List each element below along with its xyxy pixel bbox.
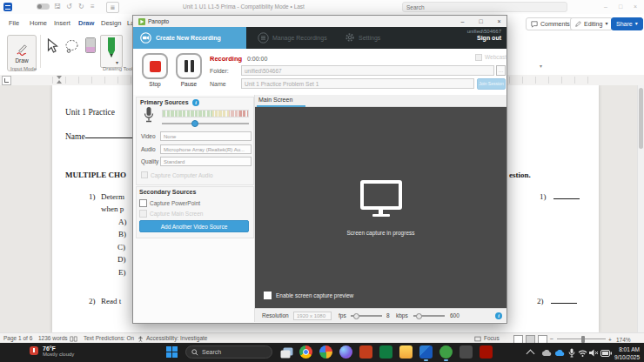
- folder-field[interactable]: [241, 65, 494, 76]
- zoom-slider[interactable]: [557, 339, 606, 340]
- volume-slider-knob[interactable]: [191, 120, 198, 127]
- username: unified\504667: [467, 29, 501, 34]
- capture-powerpoint-checkbox[interactable]: [139, 199, 147, 207]
- volume-slider[interactable]: [162, 123, 249, 124]
- calculator-icon[interactable]: [460, 345, 473, 359]
- pencil-icon: [575, 21, 581, 27]
- session-name-field[interactable]: [241, 78, 474, 89]
- webcast-checkbox[interactable]: [475, 54, 482, 61]
- chrome-icon[interactable]: [299, 345, 312, 359]
- battery-icon[interactable]: [600, 350, 612, 357]
- taskbar-search[interactable]: Search: [185, 345, 272, 359]
- word-close-button[interactable]: ×: [628, 1, 642, 12]
- q1-option-a: A): [118, 218, 127, 226]
- start-button[interactable]: [166, 346, 178, 358]
- fps-slider[interactable]: [351, 315, 382, 317]
- kbps-slider[interactable]: [413, 315, 445, 317]
- comments-button[interactable]: Comments: [526, 17, 575, 30]
- word-minimize-button[interactable]: –: [599, 1, 613, 12]
- onedrive-blue-icon[interactable]: [554, 350, 565, 357]
- tab-design[interactable]: Design: [97, 14, 124, 33]
- word-icon[interactable]: [419, 345, 433, 359]
- photos-icon[interactable]: [319, 345, 332, 359]
- stop-label: Stop: [142, 81, 168, 87]
- taskbar-search-placeholder: Search: [202, 349, 221, 355]
- copilot-icon[interactable]: [339, 345, 352, 359]
- enable-preview-label: Enable screen capture preview: [276, 292, 353, 298]
- settings-info-icon[interactable]: i: [495, 312, 502, 319]
- share-button[interactable]: Share ▾: [611, 17, 643, 30]
- customize-qat-icon[interactable]: ≡: [91, 3, 95, 11]
- stop-button[interactable]: [142, 53, 168, 79]
- save-icon[interactable]: 🖫: [54, 3, 61, 11]
- zoom-slider-knob[interactable]: [581, 336, 585, 343]
- panopto-maximize-button[interactable]: □: [474, 16, 487, 27]
- video-source-select[interactable]: None: [160, 131, 252, 141]
- quality-select[interactable]: Standard: [160, 157, 252, 166]
- acrobat-icon[interactable]: [480, 345, 493, 359]
- ribbon-divider: [40, 35, 41, 68]
- tray-microphone-icon[interactable]: [568, 348, 575, 358]
- panopto-window-title: Panopto: [148, 16, 169, 27]
- comment-icon: [531, 21, 538, 28]
- task-view-icon[interactable]: [280, 347, 293, 359]
- eraser-tool[interactable]: [85, 37, 96, 53]
- primary-sources-info-icon[interactable]: i: [192, 99, 199, 106]
- redo-icon[interactable]: ↻: [78, 3, 84, 11]
- weather-widget[interactable]: 76°F Mostly cloudy: [43, 345, 74, 357]
- select-tool[interactable]: [45, 38, 58, 57]
- vertical-scrollbar[interactable]: [637, 85, 644, 332]
- first-line-indent-marker[interactable]: [57, 76, 62, 79]
- audio-source-select[interactable]: Microphone Array (Realtek(R) Au...: [160, 144, 252, 154]
- tab-file[interactable]: File: [5, 14, 23, 33]
- tab-draw[interactable]: Draw: [75, 14, 97, 35]
- reading-order-icon[interactable]: ≣: [106, 2, 119, 13]
- tab-home[interactable]: Home: [26, 14, 50, 33]
- tab-settings[interactable]: Settings: [345, 32, 380, 43]
- editing-mode-button[interactable]: Editing ▾: [570, 17, 613, 30]
- folder-browse-button[interactable]: …: [496, 65, 506, 76]
- tab-create-new-recording[interactable]: Create New Recording: [133, 27, 246, 49]
- doc-name-label: Name: [65, 132, 85, 141]
- pen-green-tool[interactable]: [100, 35, 123, 68]
- capture-computer-audio-checkbox[interactable]: [141, 171, 148, 178]
- autosave-toggle[interactable]: [37, 3, 50, 10]
- recordings-list-icon: [258, 32, 269, 44]
- focus-icon: [474, 336, 481, 342]
- file-explorer-icon[interactable]: [399, 345, 413, 359]
- capture-main-screen-label: Capture Main Screen: [150, 211, 203, 217]
- lasso-select-tool[interactable]: [64, 39, 79, 57]
- onedrive-gray-icon[interactable]: [541, 350, 552, 357]
- tray-expand-chevron[interactable]: [527, 350, 535, 359]
- wifi-icon[interactable]: [578, 350, 587, 357]
- volume-muted-icon[interactable]: [589, 349, 599, 357]
- scrollbar-thumb[interactable]: [639, 88, 643, 149]
- add-another-video-source-button[interactable]: Add Another Video Source: [139, 220, 249, 232]
- panopto-close-button[interactable]: ×: [493, 16, 506, 27]
- excel-icon[interactable]: [379, 345, 392, 359]
- pen-options-chevron[interactable]: ▾: [116, 59, 118, 65]
- tab-stop-selector[interactable]: [2, 76, 11, 85]
- kbps-slider-knob[interactable]: [416, 313, 422, 319]
- collapse-ribbon-chevron[interactable]: ▾: [540, 63, 542, 69]
- hanging-indent-marker[interactable]: [57, 80, 62, 84]
- tab-manage-recordings[interactable]: Manage Recordings: [258, 32, 327, 44]
- proofing-icon[interactable]: [70, 336, 77, 342]
- sign-out-link[interactable]: Sign out: [467, 35, 501, 41]
- enable-preview-checkbox[interactable]: [264, 292, 272, 299]
- word-maximize-button[interactable]: □: [614, 1, 627, 12]
- join-session-button[interactable]: Join Session: [477, 78, 506, 90]
- panopto-taskbar-icon[interactable]: [439, 345, 453, 359]
- main-screen-tab[interactable]: Main Screen: [258, 97, 292, 103]
- clock[interactable]: 8:01 AM 9/10/2025: [614, 345, 640, 361]
- resolution-field[interactable]: [293, 312, 332, 320]
- fps-slider-knob[interactable]: [353, 313, 359, 319]
- capture-main-screen-checkbox[interactable]: [139, 210, 147, 218]
- tab-insert[interactable]: Insert: [50, 14, 74, 33]
- panopto-minimize-button[interactable]: –: [456, 16, 469, 27]
- undo-icon[interactable]: ↺: [66, 3, 72, 11]
- word-search-input[interactable]: [402, 2, 567, 12]
- name-blank-line: [85, 131, 132, 138]
- pause-button[interactable]: [176, 53, 202, 79]
- powerpoint-icon[interactable]: [359, 345, 372, 359]
